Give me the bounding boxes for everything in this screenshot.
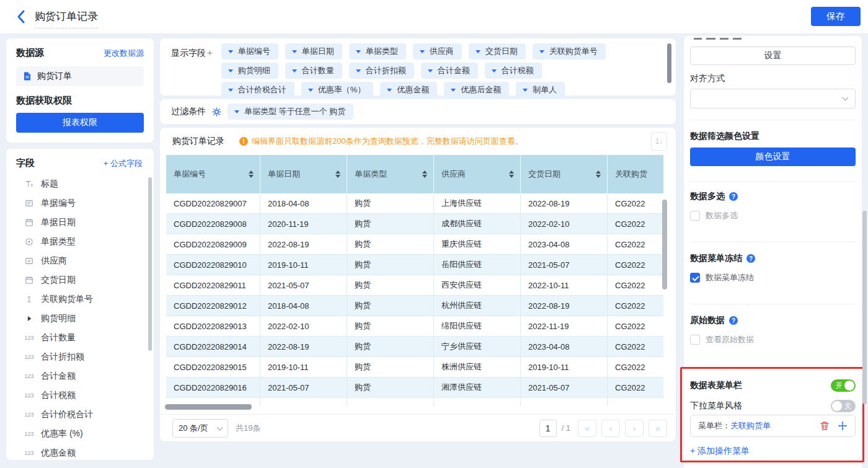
table-cell: 湘潭供应链 [434, 377, 521, 397]
display-field-chip[interactable]: 合计折扣额 [349, 63, 414, 79]
table-horizontal-scrollbar[interactable] [165, 404, 252, 410]
field-item[interactable]: 关联购货单号 [16, 289, 148, 309]
display-field-chip[interactable]: 优惠后金额 [444, 82, 509, 98]
table-row[interactable]: CGDD202208290142022-08-19购货宁乡供应链2023-04-… [166, 337, 663, 357]
column-header[interactable]: 单据类型 [347, 155, 434, 193]
report-permission-button[interactable]: 报表权限 [16, 113, 144, 133]
field-item[interactable]: 交货日期 [16, 270, 148, 289]
help-icon[interactable]: ? [729, 192, 738, 201]
next-page-button[interactable]: › [625, 420, 644, 437]
sort-arrows-icon[interactable] [596, 170, 601, 178]
add-display-field-button[interactable]: + [207, 47, 213, 58]
table-row[interactable]: CGDD202208290132022-02-10购货绵阳供应链2022-11-… [166, 316, 663, 337]
table-row[interactable]: CGDD202208290162021-05-07购货湘潭供应链2021-05-… [166, 377, 663, 398]
prev-page-button[interactable]: ‹ [601, 420, 620, 437]
datasource-item[interactable]: 购货订单 [16, 66, 144, 86]
change-datasource-link[interactable]: 更改数据源 [104, 48, 144, 59]
table-row[interactable]: CGDD202208290092022-08-19购货重庆供应链2023-04-… [166, 234, 663, 255]
display-field-chip[interactable]: 合计税额 [485, 63, 542, 79]
dropdown-style-label: 下拉菜单风格 [690, 400, 742, 412]
field-item[interactable]: 123优惠金额 [16, 443, 148, 460]
help-icon[interactable]: ? [729, 316, 738, 325]
field-item[interactable]: 123合计金额 [16, 366, 148, 386]
display-field-chip[interactable]: 合计价税合计 [221, 82, 294, 98]
field-item[interactable]: 单据类型 [16, 232, 148, 251]
move-icon[interactable] [838, 421, 848, 431]
display-field-chip[interactable]: 交货日期 [469, 43, 526, 60]
table-vertical-scrollbar[interactable] [662, 200, 667, 289]
display-field-chip[interactable]: 制单人 [516, 82, 565, 98]
table-row[interactable]: CGDD202208290112021-05-07购货西安供应链2022-10-… [166, 275, 663, 296]
raw-data-checkbox[interactable] [690, 335, 700, 345]
display-field-chip[interactable]: 单据日期 [285, 43, 342, 60]
table-cell: 株洲供应链 [434, 357, 521, 377]
sort-arrows-icon[interactable] [422, 170, 427, 178]
add-action-menu-link[interactable]: + 添加操作菜单 [690, 446, 856, 457]
sort-arrows-icon[interactable] [509, 170, 514, 178]
column-header[interactable]: 单据日期 [260, 155, 347, 193]
filter-condition-chip[interactable]: 单据类型 等于任意一个 购货 [228, 104, 353, 120]
page-scrollbar[interactable] [862, 211, 867, 404]
menubar-toggle-on[interactable]: 开 [831, 379, 856, 392]
multi-select-title: 数据多选? [690, 191, 856, 202]
number-icon: 123 [24, 431, 35, 437]
menubar-item[interactable]: 菜单栏： 关联购货单 [690, 415, 856, 437]
display-field-chip[interactable]: 合计金额 [421, 63, 478, 79]
column-header[interactable]: 关联购货 [608, 155, 663, 193]
field-item[interactable]: 123合计价税合计 [16, 405, 148, 424]
chevron-down-icon [356, 69, 361, 73]
display-field-chip[interactable]: 单据类型 [349, 43, 406, 60]
field-item[interactable]: 单据编号 [16, 193, 148, 213]
display-field-chip[interactable]: 供应商 [413, 43, 462, 60]
field-item[interactable]: 供应商 [16, 251, 148, 270]
field-item[interactable]: 123合计税额 [16, 386, 148, 405]
display-field-chip[interactable]: 优惠率（%） [301, 82, 374, 98]
table-row[interactable]: CGDD202208290082020-11-19购货成都供应链2022-02-… [166, 214, 663, 234]
help-icon[interactable]: ? [746, 254, 755, 263]
field-item[interactable]: 123合计折扣额 [16, 347, 148, 366]
table-row[interactable]: CGDD202208290152019-10-11购货株洲供应链2019-10-… [166, 357, 663, 377]
multi-select-checkbox[interactable] [690, 211, 700, 221]
column-header[interactable]: 交货日期 [521, 155, 608, 193]
column-label: 单据编号 [174, 169, 206, 180]
document-icon [22, 71, 32, 81]
menu-freeze-checkbox[interactable] [690, 273, 700, 283]
field-item[interactable]: 单据日期 [16, 213, 148, 232]
divider [690, 304, 856, 304]
sort-arrows-icon[interactable] [335, 170, 340, 178]
last-page-button[interactable]: » [649, 420, 667, 437]
color-settings-button[interactable]: 颜色设置 [690, 148, 856, 166]
display-field-chip[interactable]: 购货明细 [221, 63, 278, 79]
dropdown-style-row: 下拉菜单风格 关 [690, 400, 856, 412]
table-row[interactable]: CGDD202208290102019-10-11购货岳阳供应链2021-05-… [166, 255, 663, 275]
back-icon[interactable] [16, 10, 26, 24]
field-item[interactable]: 购货明细 [16, 309, 148, 328]
chip-label: 合计税额 [502, 65, 534, 76]
add-formula-field-link[interactable]: + 公式字段 [104, 158, 143, 169]
align-select[interactable] [690, 89, 856, 108]
field-item[interactable]: 123合计数量 [16, 328, 148, 347]
column-header[interactable]: 供应商 [434, 155, 521, 193]
save-button[interactable]: 保存 [811, 7, 861, 26]
sort-arrows-icon[interactable] [249, 170, 254, 178]
page-size-select[interactable]: 20 条/页 [172, 419, 228, 438]
toggle-knob [832, 401, 842, 411]
field-item[interactable]: 123优惠率 (%) [16, 424, 148, 443]
table-row[interactable]: CGDD202208290122018-04-08购货杭州供应链2022-08-… [166, 296, 663, 316]
field-item[interactable]: 标题 [16, 174, 148, 193]
settings-button[interactable]: 设置 [690, 46, 856, 65]
gear-icon[interactable] [212, 107, 221, 117]
fields-scrollbar[interactable] [148, 177, 152, 351]
display-fields-scrollbar[interactable] [667, 43, 671, 83]
page-input[interactable]: 1 [539, 420, 557, 437]
display-field-chip[interactable]: 关联购货单号 [533, 43, 606, 60]
display-field-chip[interactable]: 单据编号 [221, 43, 278, 60]
trash-icon[interactable] [820, 421, 830, 431]
display-field-chip[interactable]: 合计数量 [285, 63, 342, 79]
table-row[interactable]: CGDD202208290072018-04-08购货上海供应链2022-08-… [166, 193, 663, 214]
display-field-chip[interactable]: 优惠金额 [380, 82, 437, 98]
dropdown-style-toggle-off[interactable]: 关 [831, 400, 856, 412]
sort-order-button[interactable]: 1↓ [651, 132, 667, 151]
first-page-button[interactable]: « [578, 420, 596, 437]
column-header[interactable]: 单据编号 [166, 155, 260, 193]
